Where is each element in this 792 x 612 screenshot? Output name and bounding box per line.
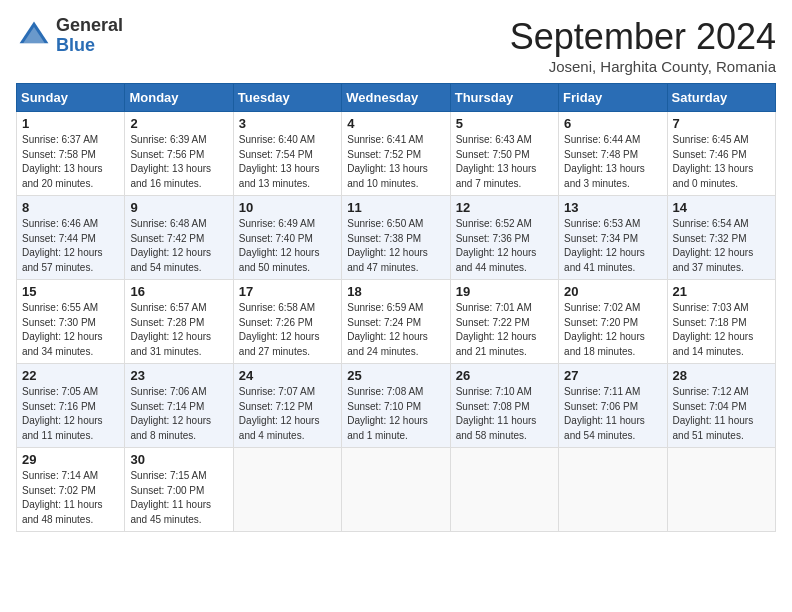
day-header-saturday: Saturday xyxy=(667,84,775,112)
day-number: 22 xyxy=(22,368,119,383)
day-number: 19 xyxy=(456,284,553,299)
calendar-cell: 2Sunrise: 6:39 AMSunset: 7:56 PMDaylight… xyxy=(125,112,233,196)
calendar-cell: 29Sunrise: 7:14 AMSunset: 7:02 PMDayligh… xyxy=(17,448,125,532)
day-info: Sunrise: 6:54 AMSunset: 7:32 PMDaylight:… xyxy=(673,217,770,275)
location: Joseni, Harghita County, Romania xyxy=(510,58,776,75)
day-number: 20 xyxy=(564,284,661,299)
day-number: 7 xyxy=(673,116,770,131)
day-header-tuesday: Tuesday xyxy=(233,84,341,112)
day-info: Sunrise: 6:37 AMSunset: 7:58 PMDaylight:… xyxy=(22,133,119,191)
day-info: Sunrise: 7:01 AMSunset: 7:22 PMDaylight:… xyxy=(456,301,553,359)
day-number: 25 xyxy=(347,368,444,383)
calendar-table: SundayMondayTuesdayWednesdayThursdayFrid… xyxy=(16,83,776,532)
day-info: Sunrise: 7:11 AMSunset: 7:06 PMDaylight:… xyxy=(564,385,661,443)
day-info: Sunrise: 7:03 AMSunset: 7:18 PMDaylight:… xyxy=(673,301,770,359)
day-info: Sunrise: 7:08 AMSunset: 7:10 PMDaylight:… xyxy=(347,385,444,443)
day-header-wednesday: Wednesday xyxy=(342,84,450,112)
calendar-cell: 21Sunrise: 7:03 AMSunset: 7:18 PMDayligh… xyxy=(667,280,775,364)
day-info: Sunrise: 7:15 AMSunset: 7:00 PMDaylight:… xyxy=(130,469,227,527)
day-number: 5 xyxy=(456,116,553,131)
calendar-cell: 19Sunrise: 7:01 AMSunset: 7:22 PMDayligh… xyxy=(450,280,558,364)
calendar-cell xyxy=(450,448,558,532)
day-header-thursday: Thursday xyxy=(450,84,558,112)
day-number: 17 xyxy=(239,284,336,299)
page-header: General Blue September 2024 Joseni, Harg… xyxy=(16,16,776,75)
day-info: Sunrise: 6:48 AMSunset: 7:42 PMDaylight:… xyxy=(130,217,227,275)
calendar-cell: 3Sunrise: 6:40 AMSunset: 7:54 PMDaylight… xyxy=(233,112,341,196)
calendar-cell: 10Sunrise: 6:49 AMSunset: 7:40 PMDayligh… xyxy=(233,196,341,280)
day-info: Sunrise: 6:39 AMSunset: 7:56 PMDaylight:… xyxy=(130,133,227,191)
day-number: 4 xyxy=(347,116,444,131)
calendar-cell xyxy=(233,448,341,532)
calendar-cell: 23Sunrise: 7:06 AMSunset: 7:14 PMDayligh… xyxy=(125,364,233,448)
calendar-week-row: 22Sunrise: 7:05 AMSunset: 7:16 PMDayligh… xyxy=(17,364,776,448)
calendar-cell: 22Sunrise: 7:05 AMSunset: 7:16 PMDayligh… xyxy=(17,364,125,448)
day-number: 9 xyxy=(130,200,227,215)
calendar-cell: 24Sunrise: 7:07 AMSunset: 7:12 PMDayligh… xyxy=(233,364,341,448)
day-info: Sunrise: 6:58 AMSunset: 7:26 PMDaylight:… xyxy=(239,301,336,359)
day-header-friday: Friday xyxy=(559,84,667,112)
logo-icon xyxy=(16,18,52,54)
calendar-week-row: 15Sunrise: 6:55 AMSunset: 7:30 PMDayligh… xyxy=(17,280,776,364)
calendar-cell: 15Sunrise: 6:55 AMSunset: 7:30 PMDayligh… xyxy=(17,280,125,364)
day-number: 28 xyxy=(673,368,770,383)
day-info: Sunrise: 6:49 AMSunset: 7:40 PMDaylight:… xyxy=(239,217,336,275)
day-number: 14 xyxy=(673,200,770,215)
day-info: Sunrise: 6:59 AMSunset: 7:24 PMDaylight:… xyxy=(347,301,444,359)
day-number: 1 xyxy=(22,116,119,131)
day-info: Sunrise: 7:10 AMSunset: 7:08 PMDaylight:… xyxy=(456,385,553,443)
day-info: Sunrise: 7:14 AMSunset: 7:02 PMDaylight:… xyxy=(22,469,119,527)
logo-blue: Blue xyxy=(56,36,123,56)
calendar-cell: 20Sunrise: 7:02 AMSunset: 7:20 PMDayligh… xyxy=(559,280,667,364)
day-info: Sunrise: 6:55 AMSunset: 7:30 PMDaylight:… xyxy=(22,301,119,359)
calendar-cell: 26Sunrise: 7:10 AMSunset: 7:08 PMDayligh… xyxy=(450,364,558,448)
day-info: Sunrise: 6:40 AMSunset: 7:54 PMDaylight:… xyxy=(239,133,336,191)
title-block: September 2024 Joseni, Harghita County, … xyxy=(510,16,776,75)
calendar-cell: 13Sunrise: 6:53 AMSunset: 7:34 PMDayligh… xyxy=(559,196,667,280)
day-info: Sunrise: 6:52 AMSunset: 7:36 PMDaylight:… xyxy=(456,217,553,275)
day-number: 12 xyxy=(456,200,553,215)
day-number: 18 xyxy=(347,284,444,299)
day-header-sunday: Sunday xyxy=(17,84,125,112)
day-info: Sunrise: 7:05 AMSunset: 7:16 PMDaylight:… xyxy=(22,385,119,443)
calendar-cell xyxy=(342,448,450,532)
calendar-cell: 25Sunrise: 7:08 AMSunset: 7:10 PMDayligh… xyxy=(342,364,450,448)
calendar-cell: 28Sunrise: 7:12 AMSunset: 7:04 PMDayligh… xyxy=(667,364,775,448)
day-number: 27 xyxy=(564,368,661,383)
day-info: Sunrise: 6:57 AMSunset: 7:28 PMDaylight:… xyxy=(130,301,227,359)
day-header-monday: Monday xyxy=(125,84,233,112)
day-info: Sunrise: 7:02 AMSunset: 7:20 PMDaylight:… xyxy=(564,301,661,359)
calendar-cell xyxy=(559,448,667,532)
day-info: Sunrise: 6:45 AMSunset: 7:46 PMDaylight:… xyxy=(673,133,770,191)
calendar-header-row: SundayMondayTuesdayWednesdayThursdayFrid… xyxy=(17,84,776,112)
day-number: 23 xyxy=(130,368,227,383)
day-info: Sunrise: 6:50 AMSunset: 7:38 PMDaylight:… xyxy=(347,217,444,275)
day-info: Sunrise: 6:41 AMSunset: 7:52 PMDaylight:… xyxy=(347,133,444,191)
day-number: 13 xyxy=(564,200,661,215)
day-number: 26 xyxy=(456,368,553,383)
calendar-cell: 17Sunrise: 6:58 AMSunset: 7:26 PMDayligh… xyxy=(233,280,341,364)
day-number: 29 xyxy=(22,452,119,467)
calendar-cell: 9Sunrise: 6:48 AMSunset: 7:42 PMDaylight… xyxy=(125,196,233,280)
calendar-week-row: 1Sunrise: 6:37 AMSunset: 7:58 PMDaylight… xyxy=(17,112,776,196)
day-info: Sunrise: 6:46 AMSunset: 7:44 PMDaylight:… xyxy=(22,217,119,275)
day-info: Sunrise: 6:53 AMSunset: 7:34 PMDaylight:… xyxy=(564,217,661,275)
month-title: September 2024 xyxy=(510,16,776,58)
calendar-cell: 18Sunrise: 6:59 AMSunset: 7:24 PMDayligh… xyxy=(342,280,450,364)
calendar-cell: 8Sunrise: 6:46 AMSunset: 7:44 PMDaylight… xyxy=(17,196,125,280)
day-info: Sunrise: 7:06 AMSunset: 7:14 PMDaylight:… xyxy=(130,385,227,443)
day-number: 3 xyxy=(239,116,336,131)
calendar-cell: 5Sunrise: 6:43 AMSunset: 7:50 PMDaylight… xyxy=(450,112,558,196)
day-number: 30 xyxy=(130,452,227,467)
calendar-cell: 14Sunrise: 6:54 AMSunset: 7:32 PMDayligh… xyxy=(667,196,775,280)
day-number: 11 xyxy=(347,200,444,215)
day-info: Sunrise: 7:12 AMSunset: 7:04 PMDaylight:… xyxy=(673,385,770,443)
calendar-cell: 27Sunrise: 7:11 AMSunset: 7:06 PMDayligh… xyxy=(559,364,667,448)
calendar-cell: 30Sunrise: 7:15 AMSunset: 7:00 PMDayligh… xyxy=(125,448,233,532)
day-info: Sunrise: 6:44 AMSunset: 7:48 PMDaylight:… xyxy=(564,133,661,191)
calendar-week-row: 29Sunrise: 7:14 AMSunset: 7:02 PMDayligh… xyxy=(17,448,776,532)
logo-general: General xyxy=(56,16,123,36)
calendar-cell: 16Sunrise: 6:57 AMSunset: 7:28 PMDayligh… xyxy=(125,280,233,364)
day-number: 24 xyxy=(239,368,336,383)
day-number: 16 xyxy=(130,284,227,299)
